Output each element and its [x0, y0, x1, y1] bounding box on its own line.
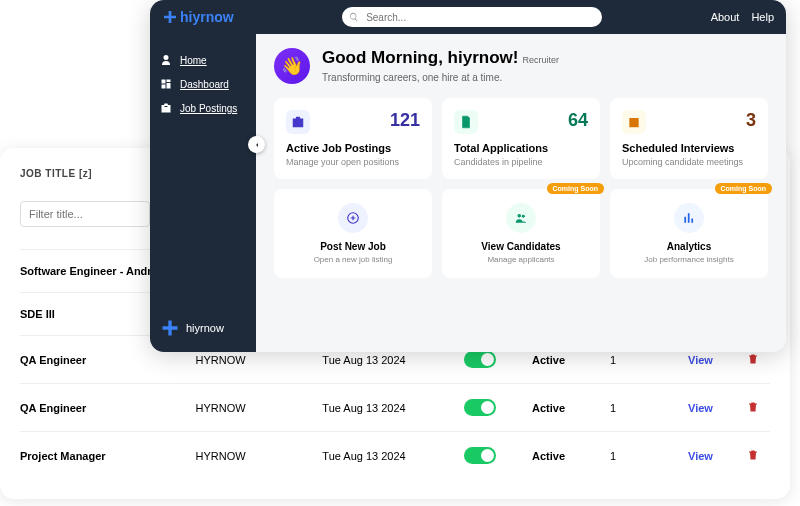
job-title: QA Engineer — [20, 402, 196, 414]
job-company: HYRNOW — [196, 354, 323, 366]
job-applicants: 1 — [610, 402, 688, 414]
job-status: Active — [532, 402, 610, 414]
status-toggle[interactable] — [464, 399, 532, 416]
user-role: Recruiter — [522, 55, 559, 65]
action-analytics[interactable]: Coming Soon Analytics Job performance in… — [610, 189, 768, 278]
status-toggle[interactable] — [464, 351, 532, 368]
sidebar-item-home[interactable]: Home — [160, 48, 246, 72]
collapse-sidebar-button[interactable] — [248, 136, 265, 153]
view-link[interactable]: View — [688, 402, 747, 414]
stat-card-jobs[interactable]: 121 Active Job Postings Manage your open… — [274, 98, 432, 179]
delete-icon[interactable] — [747, 400, 770, 416]
main-content: 👋 Good Morning, hiyrnow!Recruiter Transf… — [256, 34, 786, 352]
job-date: Tue Aug 13 2024 — [322, 402, 463, 414]
job-date: Tue Aug 13 2024 — [322, 354, 463, 366]
svg-point-1 — [518, 214, 522, 218]
sidebar-item-jobpostings[interactable]: Job Postings — [160, 96, 246, 120]
svg-point-2 — [522, 215, 525, 218]
tagline: Transforming careers, one hire at a time… — [322, 72, 559, 83]
calendar-icon — [622, 110, 646, 134]
plus-icon — [338, 203, 368, 233]
delete-icon[interactable] — [747, 352, 770, 368]
wave-icon: 👋 — [274, 48, 310, 84]
brand-logo[interactable]: hiyrnow — [162, 9, 234, 25]
greeting-title: Good Morning, hiyrnow! — [322, 48, 518, 67]
briefcase-icon — [286, 110, 310, 134]
topbar: hiyrnow About Help — [150, 0, 786, 34]
action-post-job[interactable]: Post New Job Open a new job listing — [274, 189, 432, 278]
view-link[interactable]: View — [688, 354, 747, 366]
job-applicants: 1 — [610, 450, 688, 462]
people-icon — [506, 203, 536, 233]
job-company: HYRNOW — [196, 450, 323, 462]
nav-help[interactable]: Help — [751, 11, 774, 23]
table-row[interactable]: QA Engineer HYRNOW Tue Aug 13 2024 Activ… — [20, 383, 770, 431]
chevron-left-icon — [253, 141, 261, 149]
view-link[interactable]: View — [688, 450, 747, 462]
job-status: Active — [532, 354, 610, 366]
job-title: QA Engineer — [20, 354, 196, 366]
delete-icon[interactable] — [747, 448, 770, 464]
nav-about[interactable]: About — [711, 11, 740, 23]
coming-soon-badge: Coming Soon — [715, 183, 773, 194]
job-date: Tue Aug 13 2024 — [322, 450, 463, 462]
search-icon — [349, 12, 359, 22]
chart-icon — [674, 203, 704, 233]
job-company: HYRNOW — [196, 402, 323, 414]
search-input[interactable] — [342, 7, 602, 28]
sidebar-brand: hiyrnow — [160, 318, 246, 338]
filter-title-input[interactable] — [20, 201, 150, 227]
sidebar: Home Dashboard Job Postings hiyrnow — [150, 34, 256, 352]
greeting: 👋 Good Morning, hiyrnow!Recruiter Transf… — [274, 48, 768, 84]
table-row[interactable]: Project Manager HYRNOW Tue Aug 13 2024 A… — [20, 431, 770, 479]
stat-card-interviews[interactable]: 3 Scheduled Interviews Upcoming candidat… — [610, 98, 768, 179]
action-view-candidates[interactable]: Coming Soon View Candidates Manage appli… — [442, 189, 600, 278]
job-applicants: 1 — [610, 354, 688, 366]
stat-card-applications[interactable]: 64 Total Applications Candidates in pipe… — [442, 98, 600, 179]
job-status: Active — [532, 450, 610, 462]
sidebar-item-dashboard[interactable]: Dashboard — [160, 72, 246, 96]
job-title: Project Manager — [20, 450, 196, 462]
status-toggle[interactable] — [464, 447, 532, 464]
document-icon — [454, 110, 478, 134]
dashboard-panel: hiyrnow About Help Home Dashboard Job Po… — [150, 0, 786, 352]
coming-soon-badge: Coming Soon — [547, 183, 605, 194]
